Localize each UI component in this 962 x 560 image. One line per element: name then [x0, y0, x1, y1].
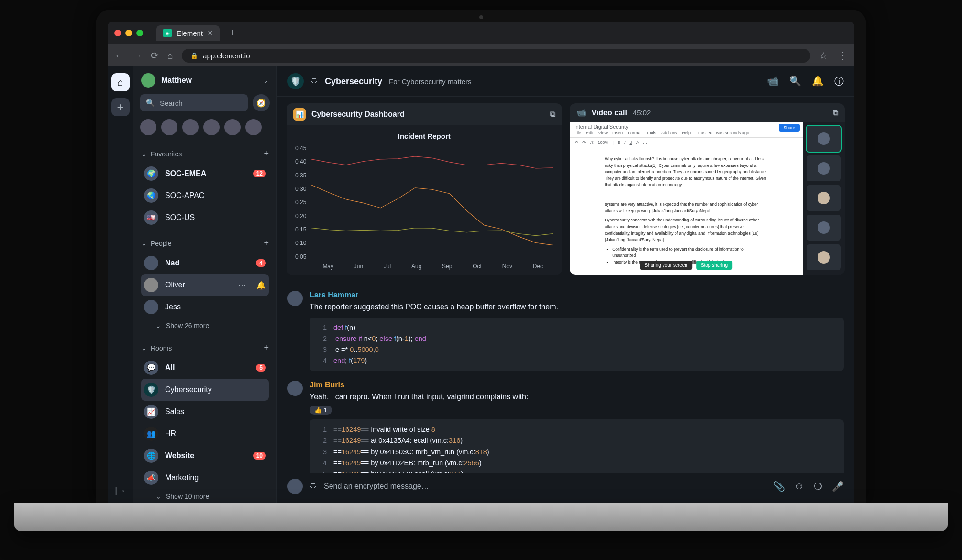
room-info-icon[interactable]: ⓘ	[834, 75, 844, 88]
recent-avatar[interactable]	[161, 119, 177, 135]
room-item-website[interactable]: 🌐 Website 10	[141, 445, 269, 467]
dm-item-jess[interactable]: Jess	[141, 296, 269, 318]
chart-title: Incident Report	[295, 132, 553, 140]
laptop-base	[14, 503, 948, 531]
video-call-icon[interactable]: 📹	[767, 75, 779, 88]
room-label: Marketing	[165, 473, 266, 482]
chevron-down-icon: ⌄	[263, 77, 269, 84]
recent-avatar[interactable]	[224, 119, 241, 135]
emoji-icon[interactable]: ☺	[795, 481, 804, 492]
room-item-cybersecurity[interactable]: 🛡️ Cybersecurity	[141, 379, 269, 401]
forward-button[interactable]: →	[133, 50, 142, 61]
participant-tile[interactable]	[807, 126, 841, 152]
room-item-soc-emea[interactable]: 🌍 SOC-EMEA 12	[141, 163, 269, 185]
user-menu[interactable]: Matthew ⌄	[133, 66, 276, 94]
room-avatar[interactable]: 🛡️	[287, 73, 304, 89]
chart-y-axis: 0.450.400.350.300.250.200.150.100.05	[295, 145, 311, 260]
message-avatar[interactable]	[287, 381, 303, 396]
room-item-soc-us[interactable]: 🇺🇸 SOC-US	[141, 207, 269, 229]
show-more-rooms[interactable]: ⌄ Show 10 more	[141, 489, 269, 503]
maximize-window-icon[interactable]	[136, 30, 143, 36]
room-list-panel: Matthew ⌄ 🔍 Search 🧭	[133, 66, 277, 503]
popout-icon[interactable]: ⧉	[833, 109, 838, 117]
person-label: Jess	[165, 303, 266, 311]
sharing-label: Sharing your screen	[640, 261, 692, 270]
bookmark-icon[interactable]: ☆	[819, 50, 828, 61]
participant-tile[interactable]	[807, 244, 841, 270]
person-label: Nad	[165, 259, 249, 267]
participant-tile[interactable]	[807, 185, 841, 211]
room-item-marketing[interactable]: 📣 Marketing	[141, 467, 269, 489]
message-author[interactable]: Jim Burls	[310, 381, 844, 389]
room-header: 🛡️ 🛡 Cybersecurity For Cybersecurity mat…	[277, 66, 854, 97]
message-author[interactable]: Lars Hammar	[310, 291, 844, 299]
reload-button[interactable]: ⟳	[151, 50, 159, 61]
minimize-window-icon[interactable]	[125, 30, 132, 36]
chevron-down-icon: ⌄	[141, 344, 147, 352]
add-room-button[interactable]: +	[264, 343, 269, 353]
encryption-icon: 🛡	[310, 482, 317, 491]
voice-icon[interactable]: 🎤	[832, 481, 844, 492]
docs-share-button: Share	[779, 124, 800, 132]
close-window-icon[interactable]	[114, 30, 121, 36]
home-button[interactable]: ⌂	[167, 50, 173, 61]
room-label: Website	[165, 451, 246, 460]
recent-avatar[interactable]	[203, 119, 220, 135]
room-item-all[interactable]: 💬 All 5	[141, 357, 269, 379]
chevron-down-icon: ⌄	[141, 150, 147, 158]
home-space[interactable]: ⌂	[111, 73, 130, 91]
browser-titlebar: ◈ Element × +	[108, 22, 854, 44]
chart-x-axis: MayJunJulAugSepOctNovDec	[295, 260, 553, 270]
room-search-icon[interactable]: 🔍	[789, 75, 801, 88]
participant-tile[interactable]	[807, 155, 841, 181]
recent-avatar[interactable]	[140, 119, 156, 135]
explore-button[interactable]: 🧭	[253, 94, 270, 111]
composer-input[interactable]	[324, 482, 766, 491]
add-favourite-button[interactable]: +	[264, 149, 269, 159]
add-space-button[interactable]: +	[111, 98, 130, 116]
room-label: SOC-APAC	[165, 191, 266, 200]
user-name: Matthew	[161, 76, 257, 85]
popout-icon[interactable]: ⧉	[550, 110, 555, 119]
message-text: The reporter suggested this POC causes a…	[310, 301, 844, 313]
dm-item-nad[interactable]: Nad 4	[141, 252, 269, 274]
sticker-icon[interactable]: ❍	[814, 481, 822, 492]
attach-icon[interactable]: 📎	[773, 481, 785, 492]
close-tab-icon[interactable]: ×	[208, 28, 213, 38]
message-avatar[interactable]	[287, 291, 303, 306]
add-person-button[interactable]: +	[264, 238, 269, 248]
room-avatar: 🇺🇸	[144, 210, 158, 225]
back-button[interactable]: ←	[114, 50, 124, 61]
new-tab-button[interactable]: +	[230, 27, 236, 39]
favourites-header[interactable]: ⌄ Favourites +	[141, 145, 269, 163]
dm-item-oliver[interactable]: Oliver ⋯ 🔔	[141, 274, 269, 296]
participant-tile[interactable]	[807, 215, 841, 241]
browser-menu-icon[interactable]: ⋮	[838, 50, 848, 61]
participant-strip	[803, 122, 845, 275]
people-header[interactable]: ⌄ People +	[141, 234, 269, 252]
message-text: Yeah, I can repro. When I run that input…	[310, 391, 844, 403]
element-favicon: ◈	[163, 29, 172, 37]
recent-avatar[interactable]	[245, 119, 262, 135]
room-item-hr[interactable]: 👥 HR	[141, 423, 269, 445]
browser-tab[interactable]: ◈ Element ×	[156, 25, 220, 41]
code-block: 1==16249== Invalid write of size 82==162…	[310, 419, 844, 473]
chevron-down-icon: ⌄	[155, 493, 161, 500]
reaction-pill[interactable]: 👍 1	[310, 406, 332, 415]
notifications-icon[interactable]: 🔔	[812, 75, 824, 88]
chart-plot-area	[311, 145, 553, 260]
address-bar[interactable]: 🔒 app.element.io	[182, 49, 810, 63]
window-controls[interactable]	[114, 30, 143, 36]
recent-avatar[interactable]	[182, 119, 199, 135]
room-item-sales[interactable]: 📈 Sales	[141, 401, 269, 423]
rooms-header[interactable]: ⌄ Rooms +	[141, 339, 269, 357]
show-more-people[interactable]: ⌄ Show 26 more	[141, 318, 269, 333]
more-icon[interactable]: ⋯	[238, 281, 246, 290]
bell-icon[interactable]: 🔔	[256, 281, 266, 290]
search-input[interactable]: 🔍 Search	[140, 94, 248, 111]
stop-sharing-button[interactable]: Stop sharing	[696, 261, 732, 270]
room-item-soc-apac[interactable]: 🌏 SOC-APAC	[141, 185, 269, 207]
expand-rail-icon[interactable]: |→	[115, 486, 126, 496]
room-label: Cybersecurity	[165, 385, 266, 394]
laptop-camera	[479, 15, 483, 19]
